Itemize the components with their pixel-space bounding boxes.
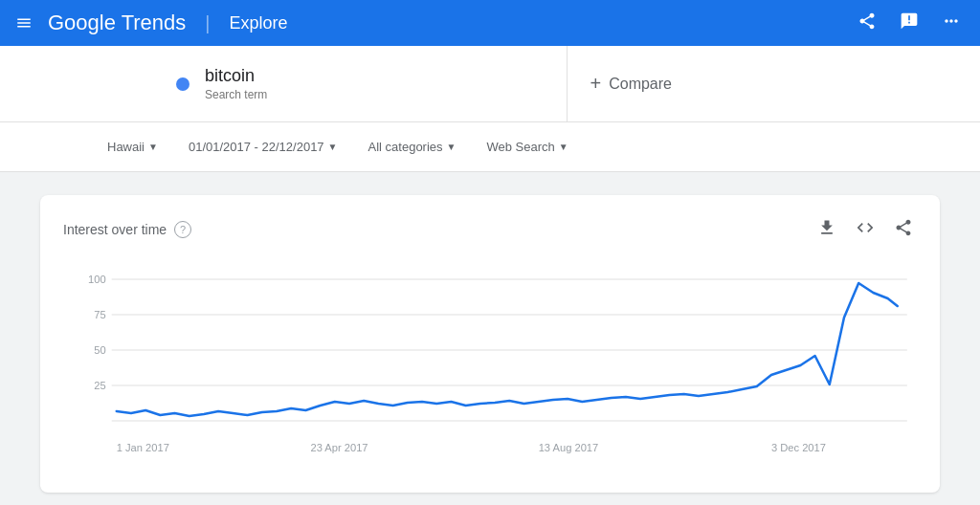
help-icon: ? [180, 224, 186, 235]
share-chart-button[interactable] [890, 214, 917, 245]
location-filter-label: Hawaii [107, 140, 145, 154]
download-button[interactable] [813, 214, 840, 245]
header-explore: Explore [230, 13, 288, 33]
chart-wrapper: 100 75 50 25 1 Jan 2017 23 Apr 2017 13 A… [40, 260, 940, 473]
svg-text:3 Dec 2017: 3 Dec 2017 [771, 442, 826, 453]
svg-text:1 Jan 2017: 1 Jan 2017 [117, 442, 169, 453]
chart-container: Interest over time ? 100 [40, 195, 940, 493]
search-area: bitcoin Search term + Compare [0, 46, 980, 122]
category-filter-arrow: ▼ [447, 142, 457, 152]
svg-text:50: 50 [94, 344, 105, 356]
location-filter-arrow: ▼ [148, 142, 158, 152]
trend-chart: 100 75 50 25 1 Jan 2017 23 Apr 2017 13 A… [63, 260, 917, 471]
search-type-filter[interactable]: Web Search ▼ [475, 134, 579, 160]
header-divider: | [205, 12, 210, 34]
menu-icon[interactable] [15, 14, 33, 32]
embed-button[interactable] [852, 214, 879, 245]
category-filter-label: All categories [368, 140, 443, 154]
search-term-name: bitcoin [205, 66, 267, 86]
search-term-info: bitcoin Search term [205, 66, 267, 101]
date-filter-label: 01/01/2017 - 22/12/2017 [189, 140, 324, 154]
location-filter[interactable]: Hawaii ▼ [96, 134, 169, 160]
search-dot-indicator [176, 77, 189, 91]
date-filter-arrow: ▼ [328, 142, 338, 152]
feedback-header-button[interactable] [896, 8, 923, 38]
header-actions [854, 8, 965, 38]
search-type-filter-label: Web Search [486, 140, 554, 154]
compare-label: Compare [609, 76, 672, 93]
search-type-filter-arrow: ▼ [559, 142, 568, 152]
compare-box[interactable]: + Compare [568, 46, 981, 121]
search-term-type: Search term [205, 88, 267, 101]
svg-text:25: 25 [94, 380, 105, 391]
help-button[interactable]: ? [174, 221, 191, 238]
chart-title-group: Interest over time ? [63, 221, 191, 238]
apps-header-button[interactable] [938, 8, 965, 38]
chart-header: Interest over time ? [40, 214, 940, 260]
app-logo: Google Trends [48, 11, 186, 35]
search-term-box: bitcoin Search term [153, 46, 568, 121]
svg-text:100: 100 [88, 274, 106, 285]
svg-text:75: 75 [94, 309, 105, 320]
chart-title: Interest over time [63, 222, 167, 237]
svg-text:23 Apr 2017: 23 Apr 2017 [310, 442, 368, 453]
category-filter[interactable]: All categories ▼ [357, 134, 468, 160]
app-header: Google Trends | Explore [0, 0, 980, 46]
compare-plus-icon: + [590, 73, 602, 95]
date-filter[interactable]: 01/01/2017 - 22/12/2017 ▼ [177, 134, 349, 160]
svg-text:13 Aug 2017: 13 Aug 2017 [539, 442, 599, 453]
share-header-button[interactable] [854, 8, 880, 38]
chart-actions [813, 214, 917, 245]
filters-bar: Hawaii ▼ 01/01/2017 - 22/12/2017 ▼ All c… [0, 122, 980, 172]
